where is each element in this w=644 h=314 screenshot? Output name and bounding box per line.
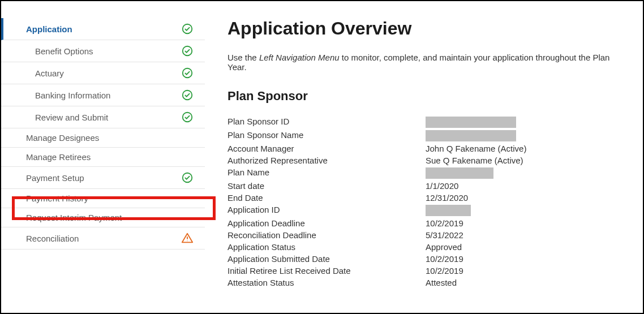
- layout: ApplicationBenefit OptionsActuaryBanking…: [1, 1, 643, 313]
- field-value: 10/2/2019: [426, 253, 620, 264]
- check-circle-icon: [181, 111, 194, 123]
- svg-point-3: [183, 91, 192, 100]
- field-value: 12/31/2020: [426, 192, 620, 203]
- field-label: Initial Retiree List Received Date: [227, 265, 426, 276]
- svg-point-1: [183, 46, 192, 56]
- nav-item-label: Manage Designees: [26, 133, 194, 143]
- section-title-plan-sponsor: Plan Sponsor: [227, 89, 620, 104]
- nav-item-review-and-submit[interactable]: Review and Submit: [1, 106, 205, 128]
- field-value: 10/2/2019: [426, 265, 620, 276]
- redacted-value: [426, 205, 471, 216]
- nav-item-payment-history[interactable]: Payment History: [1, 189, 205, 208]
- intro-prefix: Use the: [227, 53, 259, 62]
- nav-item-label: Reconciliation: [26, 234, 181, 243]
- redacted-value: [426, 130, 516, 141]
- field-label: Application Submitted Date: [227, 253, 426, 264]
- plan-sponsor-details: Plan Sponsor IDPlan Sponsor NameAccount …: [227, 116, 620, 288]
- main-content: Application Overview Use the Left Naviga…: [205, 1, 643, 313]
- nav-item-request-interim-payment[interactable]: Request Interim Payment: [1, 208, 205, 227]
- warning-triangle-icon: [181, 232, 194, 244]
- check-circle-icon: [181, 89, 194, 101]
- nav-item-banking-information[interactable]: Banking Information: [1, 84, 205, 106]
- nav-item-application[interactable]: Application: [1, 18, 205, 40]
- field-label: Plan Sponsor Name: [227, 130, 426, 142]
- field-value: Approved: [426, 242, 620, 252]
- field-value: [426, 130, 620, 142]
- field-value: 10/2/2019: [426, 218, 620, 229]
- nav-item-payment-setup[interactable]: Payment Setup: [1, 167, 205, 189]
- field-value: Sue Q Fakename (Active): [426, 155, 620, 166]
- field-value: [426, 167, 620, 179]
- field-label: Plan Sponsor ID: [227, 116, 426, 128]
- redacted-value: [426, 117, 516, 128]
- field-value: [426, 116, 620, 128]
- field-label: Start date: [227, 180, 426, 191]
- field-label: Account Manager: [227, 143, 426, 154]
- nav-item-label: Payment Setup: [26, 173, 181, 183]
- check-circle-icon: [181, 67, 194, 79]
- nav-item-benefit-options[interactable]: Benefit Options: [1, 40, 205, 62]
- field-label: Plan Name: [227, 167, 426, 179]
- field-label: Application Status: [227, 242, 426, 252]
- field-value: 1/1/2020: [426, 180, 620, 191]
- page-title: Application Overview: [227, 18, 620, 39]
- nav-item-label: Application: [26, 24, 181, 34]
- check-circle-icon: [181, 171, 194, 184]
- field-value: Attested: [426, 277, 620, 288]
- nav-item-manage-retirees[interactable]: Manage Retirees: [1, 148, 205, 167]
- check-circle-icon: [181, 23, 194, 35]
- left-navigation-menu: ApplicationBenefit OptionsActuaryBanking…: [1, 1, 205, 313]
- field-value: 5/31/2022: [426, 230, 620, 240]
- nav-item-label: Banking Information: [35, 91, 181, 100]
- field-label: Reconciliation Deadline: [227, 230, 426, 240]
- intro-text: Use the Left Navigation Menu to monitor,…: [227, 53, 620, 72]
- redacted-value: [426, 167, 493, 179]
- svg-point-5: [183, 173, 192, 183]
- nav-item-label: Actuary: [35, 68, 181, 78]
- field-label: Attestation Status: [227, 277, 426, 288]
- intro-emphasis: Left Navigation Menu: [259, 53, 340, 62]
- field-label: Authorized Representative: [227, 155, 426, 166]
- svg-point-2: [183, 68, 192, 78]
- svg-point-7: [187, 240, 187, 241]
- check-circle-icon: [181, 45, 194, 57]
- svg-point-4: [183, 113, 192, 122]
- field-label: Application Deadline: [227, 218, 426, 229]
- svg-point-0: [183, 24, 192, 34]
- field-label: Application ID: [227, 204, 426, 217]
- app-frame: ApplicationBenefit OptionsActuaryBanking…: [0, 0, 644, 314]
- nav-item-label: Benefit Options: [35, 46, 181, 56]
- nav-item-label: Manage Retirees: [26, 152, 194, 162]
- nav-item-reconciliation[interactable]: Reconciliation: [1, 227, 205, 250]
- field-label: End Date: [227, 192, 426, 203]
- nav-item-label: Request Interim Payment: [26, 213, 194, 222]
- nav-item-label: Payment History: [26, 193, 194, 203]
- nav-item-label: Review and Submit: [35, 113, 181, 122]
- field-value: [426, 204, 620, 217]
- field-value: John Q Fakename (Active): [426, 143, 620, 154]
- nav-item-actuary[interactable]: Actuary: [1, 62, 205, 84]
- nav-item-manage-designees[interactable]: Manage Designees: [1, 128, 205, 148]
